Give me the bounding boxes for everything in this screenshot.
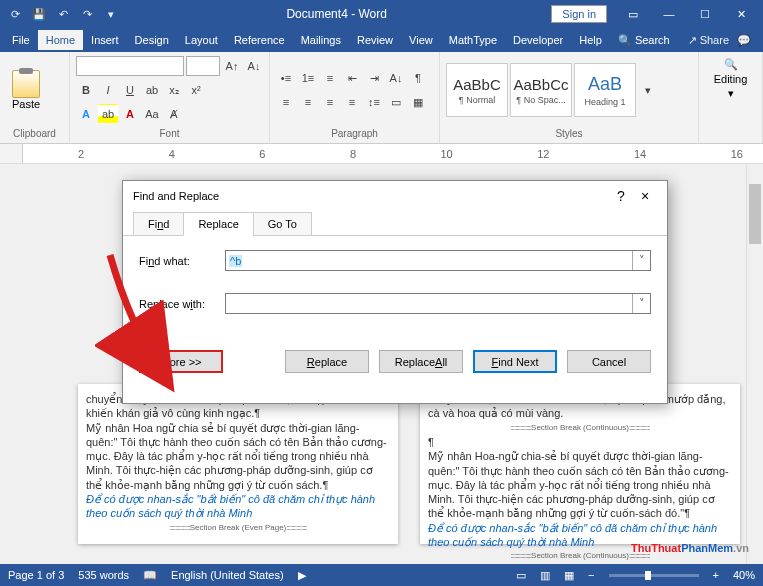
window-titlebar: ⟳ 💾 ↶ ↷ ▾ Document4 - Word Sign in ▭ — ☐… bbox=[0, 0, 763, 28]
clear-formatting-icon[interactable]: A̸ bbox=[164, 104, 184, 124]
qat-more-icon[interactable]: ▾ bbox=[100, 3, 122, 25]
status-bar: Page 1 of 3 535 words 📖 English (United … bbox=[0, 564, 763, 586]
undo-icon[interactable]: ↶ bbox=[52, 3, 74, 25]
multilevel-icon[interactable]: ≡ bbox=[320, 68, 340, 88]
tab-view[interactable]: View bbox=[401, 30, 441, 50]
change-case-icon[interactable]: Aa bbox=[142, 104, 162, 124]
language-indicator[interactable]: English (United States) bbox=[171, 569, 284, 581]
underline-button[interactable]: U bbox=[120, 80, 140, 100]
styles-more-icon[interactable]: ▾ bbox=[638, 80, 658, 100]
view-print-icon[interactable]: ▥ bbox=[540, 569, 550, 582]
font-size-combo[interactable] bbox=[186, 56, 220, 76]
tab-home[interactable]: Home bbox=[38, 30, 83, 50]
paste-button[interactable]: Paste bbox=[6, 70, 46, 110]
shading-icon[interactable]: ▭ bbox=[386, 92, 406, 112]
tab-find[interactable]: Find bbox=[133, 212, 184, 236]
show-marks-icon[interactable]: ¶ bbox=[408, 68, 428, 88]
share-button[interactable]: ↗ Share bbox=[688, 34, 729, 47]
tab-replace[interactable]: Replace bbox=[183, 212, 253, 236]
search-button[interactable]: 🔍 Search bbox=[610, 30, 678, 51]
page-1[interactable]: chuyển chuyển và mềm mại. Sự dẻo dai, vẻ… bbox=[78, 384, 398, 544]
justify-icon[interactable]: ≡ bbox=[342, 92, 362, 112]
find-what-input[interactable]: ^b ˅ bbox=[225, 250, 651, 271]
dialog-title: Find and Replace bbox=[133, 190, 219, 202]
page-indicator[interactable]: Page 1 of 3 bbox=[8, 569, 64, 581]
tab-mailings[interactable]: Mailings bbox=[293, 30, 349, 50]
numbering-icon[interactable]: 1≡ bbox=[298, 68, 318, 88]
replace-all-button[interactable]: Replace All bbox=[379, 350, 463, 373]
tab-help[interactable]: Help bbox=[571, 30, 610, 50]
borders-icon[interactable]: ▦ bbox=[408, 92, 428, 112]
line-spacing-icon[interactable]: ↕≡ bbox=[364, 92, 384, 112]
redo-icon[interactable]: ↷ bbox=[76, 3, 98, 25]
style-heading1[interactable]: AaBHeading 1 bbox=[574, 63, 636, 117]
align-right-icon[interactable]: ≡ bbox=[320, 92, 340, 112]
tab-file[interactable]: File bbox=[4, 30, 38, 50]
increase-indent-icon[interactable]: ⇥ bbox=[364, 68, 384, 88]
grow-font-icon[interactable]: A↑ bbox=[222, 56, 242, 76]
ribbon-options-icon[interactable]: ▭ bbox=[615, 0, 651, 28]
ribbon: Paste Clipboard A↑ A↓ B I U ab x₂ x² A a… bbox=[0, 52, 763, 144]
maximize-icon[interactable]: ☐ bbox=[687, 0, 723, 28]
autosave-icon[interactable]: ⟳ bbox=[4, 3, 26, 25]
style-nospacing[interactable]: AaBbCc¶ No Spac... bbox=[510, 63, 572, 117]
tab-goto[interactable]: Go To bbox=[253, 212, 312, 236]
horizontal-ruler[interactable]: 246810121416 bbox=[0, 144, 763, 164]
find-next-button[interactable]: Find Next bbox=[473, 350, 557, 373]
superscript-button[interactable]: x² bbox=[186, 80, 206, 100]
find-what-label: Find what: bbox=[139, 255, 217, 267]
zoom-out-icon[interactable]: − bbox=[588, 569, 594, 581]
zoom-slider[interactable] bbox=[609, 574, 699, 577]
minimize-icon[interactable]: — bbox=[651, 0, 687, 28]
cancel-button[interactable]: Cancel bbox=[567, 350, 651, 373]
shrink-font-icon[interactable]: A↓ bbox=[244, 56, 264, 76]
chevron-down-icon[interactable]: ˅ bbox=[632, 294, 650, 313]
decrease-indent-icon[interactable]: ⇤ bbox=[342, 68, 362, 88]
dialog-help-icon[interactable]: ? bbox=[609, 188, 633, 204]
dialog-close-icon[interactable]: × bbox=[633, 188, 657, 204]
tab-references[interactable]: Reference bbox=[226, 30, 293, 50]
font-color-icon[interactable]: A bbox=[120, 104, 140, 124]
style-normal[interactable]: AaBbC¶ Normal bbox=[446, 63, 508, 117]
replace-with-label: Replace with: bbox=[139, 298, 217, 310]
signin-button[interactable]: Sign in bbox=[551, 5, 607, 23]
bullets-icon[interactable]: •≡ bbox=[276, 68, 296, 88]
word-count[interactable]: 535 words bbox=[78, 569, 129, 581]
align-left-icon[interactable]: ≡ bbox=[276, 92, 296, 112]
subscript-button[interactable]: x₂ bbox=[164, 80, 184, 100]
comments-icon[interactable]: 💬 bbox=[737, 34, 751, 47]
close-icon[interactable]: ✕ bbox=[723, 0, 759, 28]
view-web-icon[interactable]: ▦ bbox=[564, 569, 574, 582]
align-center-icon[interactable]: ≡ bbox=[298, 92, 318, 112]
vertical-scrollbar[interactable] bbox=[746, 164, 763, 564]
highlight-icon[interactable]: ab bbox=[98, 104, 118, 124]
chevron-down-icon[interactable]: ˅ bbox=[632, 251, 650, 270]
spell-check-icon[interactable]: 📖 bbox=[143, 569, 157, 582]
tab-mathtype[interactable]: MathType bbox=[441, 30, 505, 50]
strikethrough-button[interactable]: ab bbox=[142, 80, 162, 100]
sort-icon[interactable]: A↓ bbox=[386, 68, 406, 88]
replace-with-input[interactable]: ˅ bbox=[225, 293, 651, 314]
macro-icon[interactable]: ▶ bbox=[298, 569, 306, 582]
group-label-paragraph: Paragraph bbox=[276, 126, 433, 141]
bold-button[interactable]: B bbox=[76, 80, 96, 100]
page-2[interactable]: Thay vào đó, cô ăn rất nhiều rau củ, đặc… bbox=[420, 384, 740, 544]
tab-design[interactable]: Design bbox=[127, 30, 177, 50]
section-break: Section Break (Even Page) bbox=[86, 521, 390, 535]
text-effects-icon[interactable]: A bbox=[76, 104, 96, 124]
tab-insert[interactable]: Insert bbox=[83, 30, 127, 50]
zoom-in-icon[interactable]: + bbox=[713, 569, 719, 581]
section-break: Section Break (Continuous) bbox=[428, 549, 732, 563]
replace-button[interactable]: Replace bbox=[285, 350, 369, 373]
group-label-styles: Styles bbox=[446, 126, 692, 141]
more-button[interactable]: More >> bbox=[139, 350, 223, 373]
view-read-icon[interactable]: ▭ bbox=[516, 569, 526, 582]
tab-review[interactable]: Review bbox=[349, 30, 401, 50]
zoom-level[interactable]: 40% bbox=[733, 569, 755, 581]
font-family-combo[interactable] bbox=[76, 56, 184, 76]
tab-layout[interactable]: Layout bbox=[177, 30, 226, 50]
editing-button[interactable]: 🔍Editing▾ bbox=[705, 54, 756, 126]
tab-developer[interactable]: Developer bbox=[505, 30, 571, 50]
save-icon[interactable]: 💾 bbox=[28, 3, 50, 25]
italic-button[interactable]: I bbox=[98, 80, 118, 100]
